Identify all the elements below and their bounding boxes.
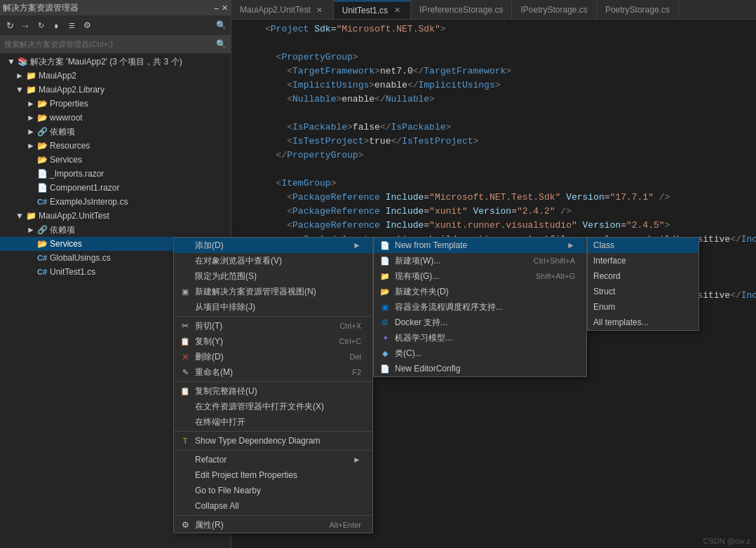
tree-item-properties[interactable]: ► 📂 Properties: [0, 97, 231, 111]
pin-icon[interactable]: ‒: [214, 4, 219, 13]
tree-item-wwwroot[interactable]: ► 📂 wwwroot: [0, 111, 231, 125]
ctx-item-collapseall[interactable]: Collapse All: [174, 498, 372, 514]
tree-item-unittest-project[interactable]: ▼ 📁 MauiApp2.UnitTest: [0, 209, 231, 223]
ctx-item-container[interactable]: ▣ 容器业务流程调度程序支持...: [374, 299, 586, 315]
mlmodel-icon: ✦: [379, 332, 391, 343]
ctx-item-class[interactable]: Class: [588, 238, 698, 253]
tree-item-mauiapp2[interactable]: ► 📁 MauiApp2: [0, 69, 231, 83]
settings-button[interactable]: ⚙: [80, 18, 94, 32]
shortcut-label: Alt+Enter: [329, 521, 361, 529]
cs-icon: C#: [36, 266, 48, 278]
exclude-icon: [180, 301, 191, 313]
tree-label: Services: [50, 239, 82, 249]
tab-close-icon[interactable]: ✕: [315, 5, 325, 15]
folder-icon: 📂: [36, 112, 48, 123]
ctx-item-exclude[interactable]: 从项目中排除(J): [174, 299, 372, 315]
project-icon: 📁: [25, 70, 36, 81]
tab-label: UnitTest1.cs: [342, 6, 388, 15]
cs-icon: C#: [36, 196, 48, 207]
ctx-item-record[interactable]: Record: [588, 268, 698, 284]
tree-item-resources[interactable]: ► 📂 Resources: [0, 139, 231, 153]
expand-arrow: ▼: [14, 85, 25, 95]
se-search-bar: 🔍: [0, 35, 231, 53]
typedep-icon: T: [180, 435, 191, 446]
close-icon[interactable]: ✕: [222, 4, 228, 13]
tree-item-component1[interactable]: ► 📄 Component1.razor: [0, 181, 231, 195]
tree-item-imports[interactable]: ► 📄 _Imports.razor: [0, 167, 231, 181]
ctx-item-newfolder[interactable]: 📂 新建文件夹(D): [374, 284, 586, 299]
tree-label: 依赖项: [50, 126, 75, 138]
newsolution-icon: ▣: [180, 286, 191, 297]
tree-label: wwwroot: [50, 113, 83, 123]
context-menu-main: 添加(D) ► 在对象浏览器中查看(V) 限定为此范围(S) ▣ 新建解决方案资…: [173, 237, 373, 533]
filter-button[interactable]: 🔍: [214, 18, 228, 32]
ctx-item-alltemplates[interactable]: All templates...: [588, 315, 698, 330]
ctx-item-newfromtemplate[interactable]: 📄 New from Template ►: [374, 238, 586, 253]
ctx-label: 重命名(M): [195, 367, 334, 378]
ctx-item-add[interactable]: 添加(D) ►: [174, 238, 372, 253]
shortcut-label: Ctrl+Shift+A: [534, 256, 575, 265]
ctx-label: 复制(Y): [195, 336, 321, 348]
tree-item-solution[interactable]: ▼ 📚 解决方案 'MauiApp2' (3 个项目，共 3 个): [0, 55, 231, 69]
ctx-item-browse[interactable]: 在对象浏览器中查看(V): [174, 253, 372, 268]
separator: [174, 450, 372, 451]
collapse-button[interactable]: ∎: [49, 18, 63, 32]
tree-item-deplib[interactable]: ► 🔗 依赖项: [0, 125, 231, 139]
sync-button[interactable]: ↻: [34, 18, 48, 32]
browse-icon: [180, 255, 191, 266]
project-icon: 📁: [25, 84, 36, 95]
tree-item-mauiapp2lib[interactable]: ▼ 📁 MauiApp2.Library: [0, 83, 231, 97]
ctx-item-fullpath[interactable]: 📋 复制完整路径(U): [174, 383, 372, 399]
tree-label: Resources: [50, 141, 90, 151]
ctx-item-newitem[interactable]: 📄 新建项(W)... Ctrl+Shift+A: [374, 253, 586, 268]
ctx-item-interface[interactable]: Interface: [588, 253, 698, 268]
back-button[interactable]: ↻: [3, 18, 17, 32]
tree-item-examplejs[interactable]: ► C# ExampleJsInterop.cs: [0, 195, 231, 209]
solution-icon: 📚: [17, 56, 28, 67]
ctx-item-delete[interactable]: ✕ 删除(D) Del: [174, 349, 372, 364]
ctx-item-typedep[interactable]: T Show Type Dependency Diagram: [174, 433, 372, 448]
cs-icon: C#: [36, 252, 48, 263]
forward-button[interactable]: →: [18, 18, 32, 32]
ctx-item-mlmodel[interactable]: ✦ 机器学习模型...: [374, 330, 586, 345]
ctx-item-struct[interactable]: Struct: [588, 284, 698, 299]
properties-icon: ⚙: [180, 519, 191, 530]
ctx-item-cut[interactable]: ✂ 剪切(T) Ctrl+X: [174, 318, 372, 334]
copy-icon: 📋: [180, 336, 191, 347]
tab-ipoetrystorage[interactable]: IPoetryStorage.cs: [512, 1, 596, 19]
ctx-item-gotofile[interactable]: Go to File Nearby: [174, 483, 372, 498]
collapseall-icon: [180, 500, 191, 512]
tab-mauiapp2unittest[interactable]: MauiApp2.UnitTest ✕: [231, 1, 334, 19]
search-input[interactable]: [4, 40, 213, 48]
tab-iprefstorage[interactable]: IPreferenceStorage.cs: [411, 1, 512, 19]
ctx-item-existingitem[interactable]: 📁 现有项(G)... Shift+Alt+G: [374, 268, 586, 284]
tabs-bar: MauiApp2.UnitTest ✕ UnitTest1.cs ✕ IPref…: [231, 0, 756, 20]
ctx-label: 容器业务流程调度程序支持...: [395, 301, 575, 313]
ctx-item-openfiles[interactable]: 在文件资源管理器中打开文件夹(X): [174, 399, 372, 414]
tab-poetrystorage[interactable]: PoetryStorage.cs: [597, 1, 679, 19]
tab-close-icon[interactable]: ✕: [392, 6, 402, 15]
tree-label: MauiApp2: [39, 71, 76, 81]
ctx-item-editprop[interactable]: Edit Project Item Properties: [174, 467, 372, 483]
tab-unittest1[interactable]: UnitTest1.cs ✕: [334, 1, 411, 19]
show-all-button[interactable]: ☰: [65, 18, 79, 32]
shortcut-label: Ctrl+X: [339, 322, 361, 330]
tree-item-services-lib[interactable]: ► 📂 Services: [0, 153, 231, 167]
ctx-item-newsolution[interactable]: ▣ 新建解决方案资源管理器视图(N): [174, 284, 372, 299]
ctx-item-refactor[interactable]: Refactor ►: [174, 452, 372, 467]
tree-item-deptest[interactable]: ► 🔗 依赖项: [0, 223, 231, 237]
scope-icon: [180, 270, 191, 282]
ctx-item-properties[interactable]: ⚙ 属性(R) Alt+Enter: [174, 517, 372, 533]
ctx-item-terminal[interactable]: 在终端中打开: [174, 414, 372, 430]
ctx-item-scope[interactable]: 限定为此范围(S): [174, 268, 372, 284]
ctx-item-neweditorconfig[interactable]: 📄 New EditorConfig: [374, 361, 586, 376]
tab-label: PoetryStorage.cs: [605, 5, 670, 15]
editprop-icon: [180, 470, 191, 481]
ctx-item-copy[interactable]: 📋 复制(Y) Ctrl+C: [174, 334, 372, 349]
ctx-item-class-cn[interactable]: ◆ 类(C)...: [374, 345, 586, 361]
ctx-item-enum[interactable]: Enum: [588, 299, 698, 315]
ctx-item-rename[interactable]: ✎ 重命名(M) F2: [174, 364, 372, 380]
ctx-label: Docker 支持...: [395, 317, 575, 329]
ctx-item-docker[interactable]: ☮ Docker 支持...: [374, 315, 586, 330]
tree-label: MauiApp2.UnitTest: [39, 211, 109, 221]
